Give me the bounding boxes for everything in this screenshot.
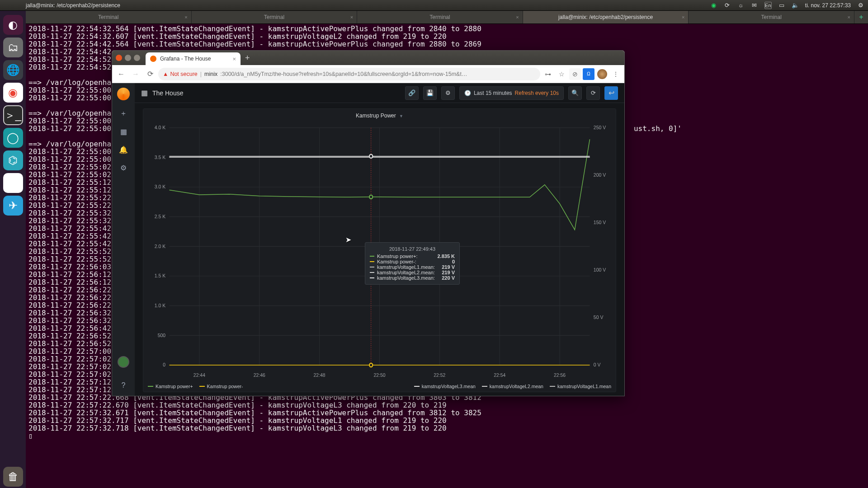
browser-window: Grafana - The House × + ← → ⟳ ▲ Not secu… [112, 50, 625, 396]
grafana-user-avatar[interactable] [118, 356, 129, 368]
browser-tab[interactable]: Grafana - The House × [146, 52, 241, 65]
slack-icon[interactable]: S [3, 173, 23, 193]
terminal-tab[interactable]: Terminal× [26, 11, 192, 23]
svg-text:1.0 K: 1.0 K [155, 303, 166, 309]
url-host: minix [204, 71, 217, 77]
volume-icon[interactable]: 🔈 [792, 2, 799, 9]
svg-text:0: 0 [163, 362, 165, 368]
terminal-tab[interactable]: Terminal× [689, 11, 854, 23]
address-bar[interactable]: ▲ Not secure | minix:3000/d/a_nM5yTmz/th… [158, 68, 540, 80]
files-icon[interactable]: 🗂 [3, 38, 23, 57]
refresh-button[interactable]: ⟳ [586, 86, 600, 100]
reload-button[interactable]: ⟳ [144, 68, 156, 80]
chrome-icon[interactable]: ◉ [3, 83, 23, 103]
octo-icon[interactable]: ☼ [737, 2, 745, 9]
legend-item[interactable]: Kamstrup power+ [148, 384, 193, 389]
back-button[interactable]: ← [115, 68, 127, 80]
unity-launcher: ◐ 🗂 🌐 ◉ ＞_ ◯ ⌬ S ✈ 🗑 [0, 11, 26, 488]
tooltip-row: kamstrupVoltageL2.mean:219 V [370, 270, 455, 275]
svg-text:3.0 K: 3.0 K [155, 184, 166, 190]
zoom-button[interactable]: 🔍 [568, 86, 582, 100]
tooltip-row: kamstrupVoltageL1.mean:219 V [370, 264, 455, 270]
svg-text:100 V: 100 V [594, 267, 606, 273]
window-min-button[interactable] [125, 55, 131, 61]
adblock-icon[interactable]: ⊘ [569, 68, 581, 80]
dash-icon[interactable]: ◐ [3, 15, 23, 35]
svg-text:22:54: 22:54 [494, 372, 505, 378]
panel-settings-button[interactable]: ⚙ [441, 86, 455, 100]
browser-toolbar: ← → ⟳ ▲ Not secure | minix:3000/d/a_nM5y… [112, 65, 624, 83]
alerts-icon[interactable]: 🔔 [118, 145, 128, 155]
time-range-picker[interactable]: 🕑 Last 15 minutes Refresh every 10s [459, 86, 564, 100]
svg-text:22:56: 22:56 [554, 372, 566, 378]
dashboards-icon[interactable]: ▦ [118, 127, 128, 136]
gear-icon[interactable]: ⚙ [857, 2, 864, 9]
terminal-tab[interactable]: Terminal× [357, 11, 523, 23]
dashboard-list-icon[interactable]: ▦ [141, 89, 148, 97]
dashboard-title[interactable]: The House [152, 89, 183, 97]
ext-icon[interactable]: Ω [583, 68, 594, 80]
tab-close-icon[interactable]: × [682, 14, 684, 20]
app-icon-1[interactable]: ◯ [3, 128, 23, 148]
tab-close-icon[interactable]: × [350, 14, 353, 20]
telegram-icon[interactable]: ✈ [3, 196, 23, 216]
settings-icon[interactable]: ⚙ [118, 163, 128, 173]
help-icon[interactable]: ? [118, 380, 128, 390]
profile-avatar[interactable] [596, 68, 608, 80]
chart-plot[interactable]: 22:4422:4622:4822:5022:5222:5422:5605001… [143, 122, 616, 381]
tab-close-icon[interactable]: × [848, 14, 850, 20]
save-button[interactable]: 💾 [423, 86, 437, 100]
terminal-tab[interactable]: jalla@minix: /etc/openhab2/persistence× [523, 11, 689, 23]
window-title: jalla@minix: /etc/openhab2/persistence [0, 2, 710, 9]
grafana-sidebar: ＋ ▦ 🔔 ⚙ ? [112, 83, 135, 396]
window-close-button[interactable] [116, 55, 122, 61]
tab-close-icon[interactable]: × [232, 56, 236, 62]
battery-icon[interactable]: ▭ [778, 2, 785, 9]
forward-button[interactable]: → [129, 68, 142, 80]
legend-item[interactable]: kamstrupVoltageL2.mean [482, 384, 543, 389]
svg-text:3.5 K: 3.5 K [155, 154, 166, 160]
site-key-icon[interactable]: ⊶ [542, 68, 554, 80]
browser-tabstrip: Grafana - The House × + [112, 51, 624, 65]
svg-point-39 [369, 195, 373, 199]
warning-icon: ▲ [163, 71, 168, 77]
add-icon[interactable]: ＋ [118, 108, 128, 118]
grafana-topbar: ▦ The House 🔗 💾 ⚙ 🕑 Last 15 minutes Refr… [135, 83, 624, 103]
svg-text:250 V: 250 V [594, 125, 606, 131]
app-icon-2[interactable]: ⌬ [3, 150, 23, 170]
chart-legend: Kamstrup power+Kamstrup power-kamstrupVo… [143, 381, 616, 392]
svg-text:4.0 K: 4.0 K [155, 125, 166, 131]
terminal-add-tab[interactable]: + [854, 11, 868, 23]
chromium-icon[interactable]: 🌐 [3, 60, 23, 80]
trash-icon[interactable]: 🗑 [3, 467, 23, 487]
menu-icon[interactable]: ⋮ [610, 68, 622, 80]
panel-title[interactable]: Kamstrup Power ▼ [143, 109, 616, 122]
spotify-icon[interactable]: ◉ [710, 2, 717, 9]
terminal-icon[interactable]: ＞_ [3, 105, 23, 125]
grafana-panel-area: Kamstrup Power ▼ 22:4422:4622:4822:5022:… [135, 103, 624, 396]
legend-item[interactable]: kamstrupVoltageL3.mean [414, 384, 476, 389]
terminal-tabbar: Terminal×Terminal×Terminal×jalla@minix: … [26, 11, 868, 24]
tab-close-icon[interactable]: × [516, 14, 519, 20]
svg-text:150 V: 150 V [594, 220, 606, 225]
star-icon[interactable]: ☆ [556, 68, 567, 80]
clock[interactable]: ti. nov. 27 22:57:33 [805, 2, 851, 9]
grafana-logo-icon[interactable] [117, 88, 130, 100]
tooltip-time: 2018-11-27 22:49:43 [370, 246, 455, 252]
window-max-button[interactable] [134, 55, 140, 61]
new-tab-button[interactable]: + [241, 53, 255, 63]
share-button[interactable]: 🔗 [405, 86, 419, 100]
mail-icon[interactable]: ✉ [751, 2, 758, 9]
tab-close-icon[interactable]: × [184, 14, 187, 20]
legend-item[interactable]: Kamstrup power- [199, 384, 243, 389]
svg-text:500: 500 [158, 332, 165, 338]
url-path: :3000/d/a_nM5yTmz/the-house?refresh=10s&… [220, 71, 467, 77]
lang-indicator[interactable]: En [764, 2, 772, 9]
back-to-dashboard-button[interactable]: ↩ [604, 86, 618, 100]
svg-text:22:44: 22:44 [193, 372, 205, 378]
terminal-tab[interactable]: Terminal× [192, 11, 358, 23]
sync-icon[interactable]: ⟳ [724, 2, 731, 9]
legend-item[interactable]: kamstrupVoltageL1.mean [550, 384, 611, 389]
tooltip-row: Kamstrup power+:2.835 K [370, 253, 455, 259]
security-warning: ▲ Not secure [163, 71, 198, 77]
